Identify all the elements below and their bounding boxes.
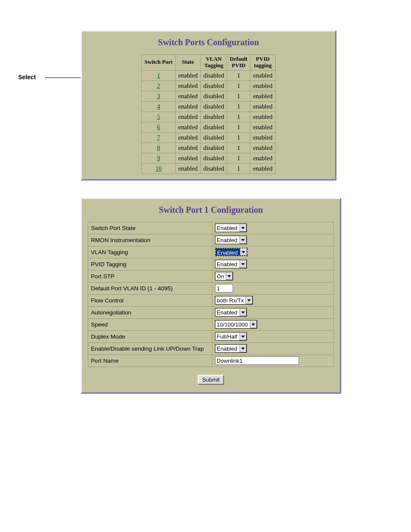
cell-vlan: disabled	[200, 112, 227, 122]
cell-pvid: 1	[227, 153, 250, 163]
chevron-down-icon[interactable]	[240, 260, 246, 268]
label-default-vlan-id: Default Port VLAN ID (1 - 4095)	[88, 282, 212, 294]
chevron-down-icon[interactable]	[240, 249, 247, 255]
config-table: Switch Port State Enabled RMON Instrumen…	[88, 222, 334, 367]
col-vlan-tagging: VLAN Tagging	[200, 55, 227, 71]
table-row: 2enableddisabled1enabled	[142, 81, 275, 91]
col-default-pvid: Default PVID	[227, 55, 250, 71]
select-flow-control[interactable]: both Rx/Tx	[215, 296, 253, 305]
cell-pvid: 1	[227, 91, 250, 101]
ports-panel: Switch Ports Configuration Switch Port S…	[81, 30, 336, 180]
table-row: 4enableddisabled1enabled	[142, 101, 275, 112]
port-link-2[interactable]: 2	[157, 82, 160, 89]
cell-pvidtag: enabled	[250, 132, 275, 143]
cell-state: enabled	[175, 153, 200, 163]
label-port-name: Port Name	[88, 355, 212, 367]
table-row: 7enableddisabled1enabled	[142, 132, 275, 143]
select-switch-port-state[interactable]: Enabled	[215, 224, 247, 232]
submit-button[interactable]: Submit	[198, 375, 224, 385]
chevron-down-icon[interactable]	[240, 333, 246, 340]
cell-pvidtag: enabled	[250, 70, 275, 81]
label-autonegotiation: Autonegotiation	[88, 306, 212, 318]
cell-pvidtag: enabled	[250, 91, 275, 101]
cell-vlan: disabled	[200, 122, 227, 132]
col-switch-port: Switch Port	[142, 55, 175, 71]
port-link-4[interactable]: 4	[157, 103, 160, 110]
chevron-down-icon[interactable]	[246, 296, 252, 304]
table-row: 8enableddisabled1enabled	[142, 143, 275, 153]
cell-pvid: 1	[227, 132, 250, 143]
cell-state: enabled	[175, 122, 200, 132]
port-link-9[interactable]: 9	[157, 155, 160, 162]
label-link-trap: Enable/Disable sending Link UP/Down Trap	[88, 342, 212, 355]
cell-vlan: disabled	[200, 143, 227, 153]
port-link-1[interactable]: 1	[157, 72, 160, 79]
cell-pvid: 1	[227, 81, 250, 91]
cell-pvidtag: enabled	[250, 163, 275, 174]
cell-pvid: 1	[227, 101, 250, 112]
label-port-stp: Port STP	[88, 270, 212, 282]
cell-pvidtag: enabled	[250, 81, 275, 91]
select-duplex-mode[interactable]: Full/Half	[215, 332, 247, 341]
cell-state: enabled	[175, 70, 200, 81]
cell-vlan: disabled	[200, 132, 227, 143]
config-panel: Switch Port 1 Configuration Switch Port …	[81, 198, 341, 394]
table-row: 10enableddisabled1enabled	[142, 163, 275, 174]
port-link-5[interactable]: 5	[157, 113, 160, 120]
table-row: 5enableddisabled1enabled	[142, 112, 275, 122]
label-pvid-tagging: PVID Tagging	[88, 258, 212, 270]
config-panel-title: Switch Port 1 Configuration	[88, 205, 334, 215]
select-rmon[interactable]: Enabled	[215, 236, 247, 244]
port-link-6[interactable]: 6	[157, 124, 160, 131]
cell-state: enabled	[175, 132, 200, 143]
port-link-8[interactable]: 8	[157, 144, 160, 151]
ports-panel-title: Switch Ports Configuration	[88, 37, 329, 47]
cell-pvid: 1	[227, 122, 250, 132]
cell-state: enabled	[175, 81, 200, 91]
label-switch-port-state: Switch Port State	[88, 222, 212, 234]
select-pvid-tagging[interactable]: Enabled	[215, 260, 247, 268]
select-link-trap[interactable]: Enabled	[215, 344, 247, 353]
chevron-down-icon[interactable]	[240, 308, 246, 316]
select-autonegotiation[interactable]: Enabled	[215, 308, 247, 317]
cell-vlan: disabled	[200, 101, 227, 112]
port-link-7[interactable]: 7	[157, 134, 160, 141]
cell-state: enabled	[175, 112, 200, 122]
chevron-down-icon[interactable]	[250, 320, 257, 328]
port-link-10[interactable]: 10	[156, 165, 162, 172]
select-vlan-tagging[interactable]: Enabled	[215, 248, 248, 256]
table-row: 1enableddisabled1enabled	[142, 70, 275, 81]
port-link-3[interactable]: 3	[157, 93, 160, 100]
chevron-down-icon[interactable]	[240, 236, 246, 244]
cell-state: enabled	[175, 143, 200, 153]
label-rmon: RMON Instrumentation	[88, 234, 212, 246]
select-annotation: Select	[18, 74, 36, 81]
select-port-stp[interactable]: On	[215, 272, 233, 280]
col-state: State	[175, 55, 200, 71]
cell-vlan: disabled	[200, 70, 227, 81]
cell-vlan: disabled	[200, 153, 227, 163]
cell-pvid: 1	[227, 143, 250, 153]
chevron-down-icon[interactable]	[226, 272, 233, 280]
cell-vlan: disabled	[200, 163, 227, 174]
table-row: 9enableddisabled1enabled	[142, 153, 275, 163]
label-duplex-mode: Duplex Mode	[88, 330, 212, 342]
cell-pvidtag: enabled	[250, 112, 275, 122]
label-vlan-tagging: VLAN Tagging	[88, 246, 212, 258]
cell-pvidtag: enabled	[250, 153, 275, 163]
select-speed[interactable]: 10/100/1000	[215, 320, 257, 329]
table-row: 6enableddisabled1enabled	[142, 122, 275, 132]
cell-pvidtag: enabled	[250, 122, 275, 132]
cell-state: enabled	[175, 163, 200, 174]
chevron-down-icon[interactable]	[240, 224, 246, 232]
label-speed: Speed	[88, 318, 212, 330]
input-default-vlan-id[interactable]	[215, 284, 233, 292]
input-port-name[interactable]	[215, 356, 299, 365]
cell-pvid: 1	[227, 163, 250, 174]
cell-pvidtag: enabled	[250, 101, 275, 112]
table-row: 3enableddisabled1enabled	[142, 91, 275, 101]
cell-state: enabled	[175, 91, 200, 101]
cell-pvid: 1	[227, 112, 250, 122]
chevron-down-icon[interactable]	[240, 345, 246, 352]
cell-pvidtag: enabled	[250, 143, 275, 153]
